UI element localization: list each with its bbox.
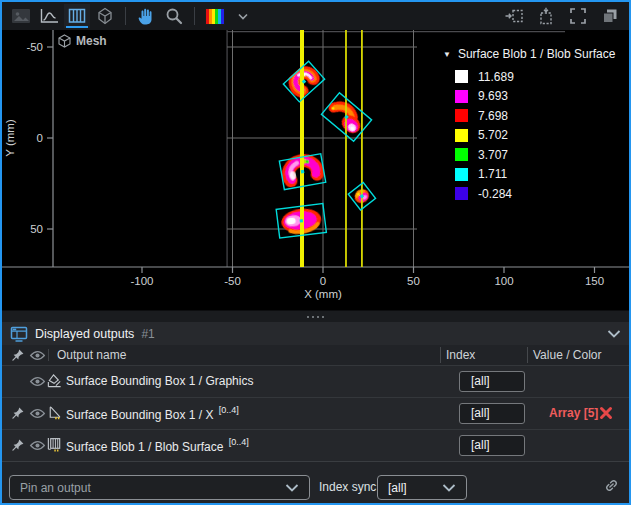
index-input[interactable]: [all] [459,371,525,392]
legend-swatch [455,109,468,122]
column-index: Index [446,348,475,362]
value-label: Array [5] [549,406,598,420]
legend-swatch [455,168,468,181]
heatmap-legend: ▼ Surface Blob 1 / Blob Surface 11.6899.… [417,40,629,232]
outputs-table-header: Output name Index Value / Color [2,345,629,366]
toolbar [2,2,629,30]
collapse-triangle-icon: ▼ [443,50,451,59]
legend-value: 5.702 [478,128,508,142]
profile-view-icon[interactable] [36,4,62,28]
palette-icon[interactable] [202,4,228,28]
graphics-icon [46,372,63,389]
legend-swatch [455,70,468,83]
legend-value: -0.284 [478,187,512,201]
measurement-icon [46,404,63,421]
legend-entry: 1.711 [455,165,629,185]
legend-entry: -0.284 [455,184,629,204]
eye-icon[interactable] [29,376,46,387]
pin-output-dropdown[interactable]: Pin an output [9,475,310,500]
svg-text:0: 0 [37,132,43,144]
legend-entry: 7.698 [455,106,629,126]
zoom-tool-icon[interactable] [161,4,187,28]
legend-entry: 9.693 [455,87,629,107]
link-icon[interactable] [603,477,620,494]
panel-splitter[interactable] [2,310,629,322]
image-view-icon[interactable] [8,4,34,28]
output-name: Surface Bounding Box 1 / X [0..4] [66,406,239,422]
pin-output-placeholder: Pin an output [10,481,91,495]
layout-tools-group [501,4,623,28]
legend-swatch [455,129,468,142]
heightmap-view-icon[interactable] [64,4,90,28]
panel-title: Displayed outputs [35,327,134,341]
table-row: Surface Bounding Box 1 / X [0..4][all]Ar… [2,397,629,429]
outputs-table: Surface Bounding Box 1 / Graphics[all]Su… [2,366,629,461]
eye-icon[interactable] [29,440,46,451]
index-input[interactable]: [all] [459,403,525,424]
outputs-footer: Pin an output Index sync [all] [2,461,629,503]
chevron-down-icon [442,484,466,492]
mesh-label: Mesh [76,34,107,48]
svg-text:X (mm): X (mm) [304,288,342,300]
viewer-window: -100-50050100150X (mm)-50050Y (mm).s{fil… [0,0,631,505]
legend-value: 9.693 [478,89,508,103]
visibility-column-icon [29,350,46,361]
panel-badge: #1 [141,327,154,341]
outputs-panel-header: Displayed outputs #1 [2,322,629,345]
legend-value: 7.698 [478,109,508,123]
fullscreen-icon[interactable] [565,4,591,28]
toolbar-separator [194,7,195,25]
view-tools-group [8,4,256,28]
toolbar-separator [125,7,126,25]
legend-title[interactable]: ▼ Surface Blob 1 / Blob Surface [443,47,629,61]
legend-entry: 3.707 [455,145,629,165]
mesh-icon [58,34,71,48]
svg-text:150: 150 [585,275,604,287]
index-input[interactable]: [all] [459,435,525,456]
svg-text:-100: -100 [130,275,153,287]
table-row: Surface Blob 1 / Blob Surface [0..4][all… [2,429,629,461]
legend-swatch [455,90,468,103]
caret-down-icon[interactable] [230,4,256,28]
close-icon[interactable] [599,406,613,420]
legend-swatch [455,187,468,200]
legend-entry: 5.702 [455,126,629,146]
column-value-color: Value / Color [533,348,601,362]
legend-title-text: Surface Blob 1 / Blob Surface [458,47,615,61]
model-view-icon[interactable] [92,4,118,28]
pin-icon[interactable] [11,406,25,420]
legend-entry: 11.689 [455,67,629,87]
fit-width-icon[interactable] [501,4,527,28]
surface-icon [46,436,63,453]
collapse-panel-chevron-icon[interactable] [607,330,621,338]
legend-value: 11.689 [478,70,514,84]
svg-text:100: 100 [494,275,513,287]
output-name: Surface Bounding Box 1 / Graphics [66,374,253,388]
eye-icon[interactable] [29,408,46,419]
column-output-name: Output name [57,348,126,362]
index-sync-label: Index sync [319,480,376,494]
fit-height-icon[interactable] [533,4,559,28]
chevron-down-icon [285,484,309,492]
legend-value: 1.711 [478,167,507,181]
svg-text:-50: -50 [26,41,43,53]
pan-tool-icon[interactable] [133,4,159,28]
displayed-outputs-icon [10,326,28,342]
pin-column-icon [11,348,25,362]
mesh-overlay: Mesh [58,34,107,48]
output-name: Surface Blob 1 / Blob Surface [0..4] [66,438,249,454]
svg-text:50: 50 [407,275,420,287]
pin-icon[interactable] [11,438,25,452]
windows-icon[interactable] [597,4,623,28]
svg-text:Y (mm): Y (mm) [4,119,16,157]
table-row: Surface Bounding Box 1 / Graphics[all] [2,366,629,397]
legend-swatch [455,148,468,161]
svg-text:50: 50 [30,223,43,235]
plot-viewport[interactable]: -100-50050100150X (mm)-50050Y (mm).s{fil… [2,30,629,310]
svg-text:0: 0 [320,275,326,287]
legend-value: 3.707 [478,148,508,162]
svg-text:-50: -50 [224,275,241,287]
index-sync-dropdown[interactable]: [all] [377,475,467,500]
index-sync-value: [all] [378,481,407,495]
